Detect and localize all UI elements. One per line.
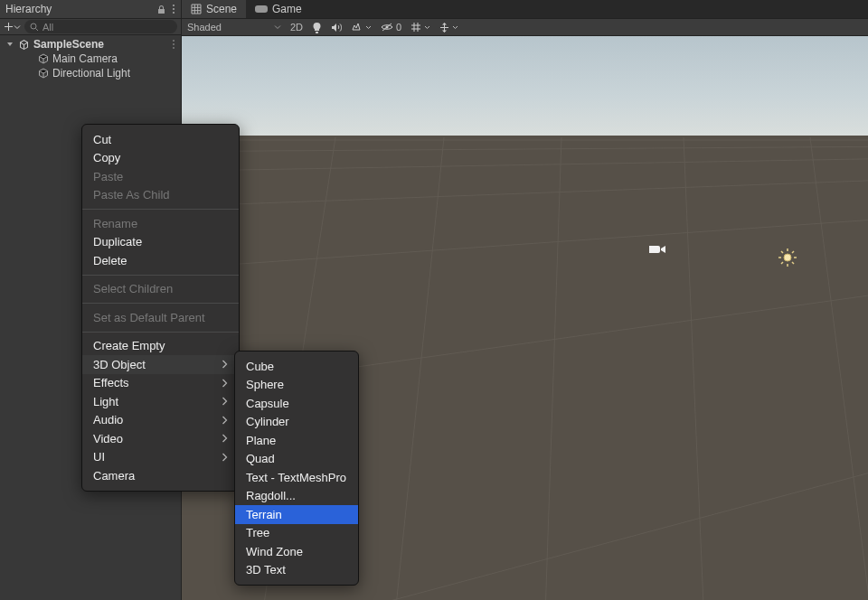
kebab-menu-icon[interactable] <box>172 39 175 50</box>
chevron-right-icon <box>222 360 228 369</box>
menu-item-select-children: Select Children <box>82 280 239 299</box>
menu-item-label: Effects <box>93 376 129 389</box>
menu-item-label: Camera <box>93 469 135 483</box>
tool-handle-dropdown[interactable] <box>439 23 458 33</box>
svg-point-0 <box>173 5 175 6</box>
effects-icon <box>351 23 363 33</box>
chevron-right-icon <box>222 434 228 443</box>
menu-item-copy[interactable]: Copy <box>82 149 239 168</box>
menu-item-light[interactable]: Light <box>82 392 239 411</box>
menu-item-rename: Rename <box>82 214 239 233</box>
hierarchy-context-menu: CutCopyPastePaste As ChildRenameDuplicat… <box>81 124 240 492</box>
hierarchy-title: Hierarchy <box>5 3 156 15</box>
lighting-toggle[interactable] <box>312 22 322 33</box>
submenu-item-sphere[interactable]: Sphere <box>235 376 358 395</box>
menu-item-paste: Paste <box>82 167 239 186</box>
view-2d-toggle[interactable]: 2D <box>290 22 303 33</box>
menu-item-audio[interactable]: Audio <box>82 411 239 430</box>
submenu-item-cube[interactable]: Cube <box>235 357 358 376</box>
tab-scene[interactable]: Scene <box>182 0 246 18</box>
submenu-item-capsule[interactable]: Capsule <box>235 394 358 413</box>
gameobject-cube-icon <box>38 68 49 79</box>
menu-item-label: Paste <box>93 170 123 183</box>
grid-snap-dropdown[interactable] <box>410 22 430 33</box>
object-name-label: Main Camera <box>52 52 118 65</box>
hierarchy-item-directional-light[interactable]: Directional Light <box>0 66 181 80</box>
object-name-label: Directional Light <box>52 67 130 80</box>
menu-item-label: Set as Default Parent <box>93 311 205 324</box>
submenu-item-label: Cube <box>246 360 274 373</box>
hidden-count-label: 0 <box>396 22 401 33</box>
submenu-item-label: Cylinder <box>246 415 289 428</box>
submenu-item-cylinder[interactable]: Cylinder <box>235 413 358 432</box>
menu-item-label: Copy <box>93 151 120 164</box>
menu-item-label: Delete <box>93 254 127 267</box>
svg-point-1 <box>173 8 175 10</box>
tab-label: Scene <box>206 3 237 15</box>
camera-gizmo-icon[interactable] <box>648 243 666 256</box>
menu-item-label: Audio <box>93 413 123 427</box>
submenu-item-plane[interactable]: Plane <box>235 431 358 450</box>
scene-root-row[interactable]: SampleScene <box>0 37 181 52</box>
menu-item-label: Paste As Child <box>93 188 170 202</box>
submenu-3d-object: CubeSphereCapsuleCylinderPlaneQuadText -… <box>234 351 359 586</box>
menu-item-cut[interactable]: Cut <box>82 130 239 149</box>
menu-item-3d-object[interactable]: 3D Object <box>82 355 239 374</box>
handle-icon <box>439 23 449 33</box>
submenu-item-label: Text - TextMeshPro <box>246 471 346 484</box>
speaker-icon <box>331 23 342 33</box>
kebab-menu-icon[interactable] <box>172 4 175 14</box>
menu-item-create-empty[interactable]: Create Empty <box>82 337 239 356</box>
hidden-objects-toggle[interactable]: 0 <box>381 22 401 33</box>
chevron-down-icon <box>424 24 430 31</box>
audio-toggle[interactable] <box>331 23 342 33</box>
menu-item-label: UI <box>93 450 105 464</box>
menu-item-video[interactable]: Video <box>82 429 239 448</box>
menu-item-effects[interactable]: Effects <box>82 374 239 393</box>
menu-item-label: Create Empty <box>93 339 165 352</box>
unity-logo-icon <box>18 39 30 51</box>
tab-game[interactable]: Game <box>246 0 311 18</box>
menu-item-camera[interactable]: Camera <box>82 466 239 485</box>
menu-item-duplicate[interactable]: Duplicate <box>82 233 239 252</box>
submenu-item-label: Sphere <box>246 378 284 391</box>
scene-tabbar: Scene Game <box>182 0 868 19</box>
svg-point-4 <box>173 40 175 42</box>
menu-item-delete[interactable]: Delete <box>82 251 239 270</box>
menu-item-ui[interactable]: UI <box>82 448 239 467</box>
create-dropdown[interactable] <box>4 22 21 32</box>
effects-dropdown[interactable] <box>351 23 372 33</box>
submenu-item-tree[interactable]: Tree <box>235 524 358 543</box>
chevron-right-icon <box>222 397 228 406</box>
submenu-item-wind-zone[interactable]: Wind Zone <box>235 542 358 561</box>
submenu-item-ragdoll-[interactable]: Ragdoll... <box>235 487 358 506</box>
submenu-item-label: 3D Text <box>246 563 286 577</box>
chevron-down-icon <box>5 40 14 49</box>
search-placeholder: All <box>42 22 53 33</box>
shading-mode-dropdown[interactable]: Shaded <box>187 22 281 33</box>
scene-name-label: SampleScene <box>33 38 104 51</box>
menu-separator <box>82 303 239 304</box>
submenu-item-label: Terrain <box>246 508 282 521</box>
chevron-right-icon <box>222 453 228 462</box>
menu-item-paste-as-child: Paste As Child <box>82 186 239 205</box>
lock-icon[interactable] <box>156 5 166 14</box>
hierarchy-toolbar: All <box>0 19 181 35</box>
chevron-down-icon <box>274 23 281 31</box>
submenu-item-3d-text[interactable]: 3D Text <box>235 561 358 580</box>
hierarchy-header: Hierarchy <box>0 0 181 19</box>
menu-item-label: Select Children <box>93 282 173 295</box>
hierarchy-search[interactable]: All <box>24 20 177 33</box>
svg-point-6 <box>173 47 175 49</box>
scene-toolbar: Shaded 2D 0 <box>182 19 868 36</box>
gameobject-cube-icon <box>38 53 49 64</box>
shading-mode-label: Shaded <box>187 22 222 33</box>
submenu-item-text-textmeshpro[interactable]: Text - TextMeshPro <box>235 468 358 487</box>
submenu-item-quad[interactable]: Quad <box>235 450 358 469</box>
chevron-right-icon <box>222 379 228 388</box>
menu-item-label: 3D Object <box>93 358 146 371</box>
light-gizmo-icon[interactable] <box>778 248 797 267</box>
hierarchy-item-main-camera[interactable]: Main Camera <box>0 52 181 66</box>
submenu-item-label: Tree <box>246 526 269 539</box>
submenu-item-terrain[interactable]: Terrain <box>235 505 358 524</box>
